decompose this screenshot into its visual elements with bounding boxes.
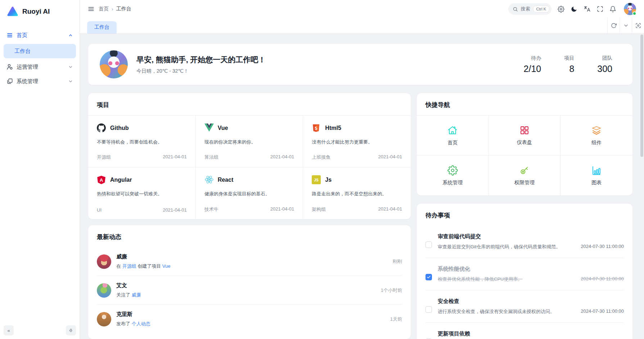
list-menu-icon [6,32,13,39]
activity-link[interactable]: 开源组 [122,263,136,269]
language-translate-icon[interactable] [584,5,591,13]
avatar [97,312,111,326]
activity-time: 1天前 [390,316,402,322]
bar-chart-icon [591,165,602,176]
svg-text:A: A [100,177,103,183]
project-card-react[interactable]: React 健康的身体是实现目标的基石。 技术牛 2021-04-01 [196,167,303,219]
project-group: 架构组 [312,206,326,213]
welcome-card: 早安, 熊猫助手, 开始您一天的工作吧！ 今日晴，20℃ - 32℃！ 待办 2… [88,44,632,85]
chevron-down-icon [68,79,73,84]
quick-nav-permissions[interactable]: 权限管理 [489,155,561,195]
projects-panel: 项目 Github 不要等待机会，而要创造机会。 [88,93,411,219]
layers-icon [591,125,602,136]
activity-link[interactable]: Vue [162,263,171,269]
notifications-bell-icon[interactable] [609,6,616,13]
fullscreen-icon[interactable] [597,6,603,12]
windows-stack-icon [6,78,13,85]
activity-item: 艾文 关注了 威廉 1个小时前 [97,276,402,304]
todo-panel-title: 待办事项 [417,204,632,226]
quick-nav-dashboard[interactable]: 仪表盘 [489,116,561,155]
project-card-angular[interactable]: A Angular 热情和欲望可以突破一切难关。 UI 2021-04-01 [88,167,196,219]
sidebar: Ruoyi AI 首页 工作台 运营管理 [0,0,80,339]
stat-team: 团队 300 [597,55,612,74]
collapse-sidebar-button[interactable]: « [4,325,14,335]
chevron-down-icon[interactable] [620,18,632,33]
sidebar-item-system[interactable]: 系统管理 [0,74,80,89]
todo-checkbox-checked[interactable] [425,274,432,280]
projects-grid: Github 不要等待机会，而要创造机会。 开源组 2021-04-01 [88,116,411,219]
project-date: 2021-04-01 [378,206,402,213]
stat-projects: 项目 8 [564,55,574,74]
project-group: 算法组 [204,154,219,161]
project-date: 2021-04-01 [163,154,187,161]
activity-link[interactable]: 威廉 [132,292,141,298]
todo-list: 审查前端代码提交 审查最近提交到Git仓库的前端代码，确保代码质量和规范。 20… [417,226,632,339]
sidebar-item-workbench[interactable]: 工作台 [4,44,76,58]
online-status-dot [632,12,636,15]
tab-controls [607,18,644,33]
welcome-title: 早安, 熊猫助手, 开始您一天的工作吧！ [136,55,266,65]
gear-icon [447,165,458,176]
main-area: 首页 › 工作台 搜索 Ctrl K [80,0,644,339]
todo-item: 审查前端代码提交 审查最近提交到Git仓库的前端代码，确保代码质量和规范。 20… [425,226,624,258]
project-card-vue[interactable]: Vue 现在的你决定将来的你。 算法组 2021-04-01 [196,116,303,167]
breadcrumb-home[interactable]: 首页 [99,6,109,12]
svg-text:5: 5 [315,126,318,131]
profile-avatar [100,50,128,78]
home-icon [447,125,458,136]
user-avatar[interactable] [624,3,636,15]
sidebar-item-operations[interactable]: 运营管理 [0,60,80,74]
hamburger-menu-icon[interactable] [88,6,94,12]
activity-time: 刚刚 [393,258,402,265]
activity-panel-title: 最新动态 [88,225,411,247]
chevron-up-icon [68,33,73,38]
sidebar-footer: « [0,325,80,335]
refresh-icon[interactable] [607,18,620,33]
dark-mode-moon-icon[interactable] [571,6,577,13]
project-date: 2021-04-01 [270,154,294,161]
tab-workbench[interactable]: 工作台 [87,21,117,33]
scrollbar-thumb[interactable] [640,35,643,157]
todo-item: 系统性能优化 检查并优化系统性能，降低CPU使用率。 2024-07-30 11… [425,258,624,290]
todo-checkbox[interactable] [425,241,432,248]
quick-nav-home[interactable]: 首页 [417,116,489,155]
sidebar-item-label: 首页 [17,32,27,39]
todo-date: 2024-07-30 11:00:00 [581,308,624,314]
avatar [97,254,111,269]
project-card-github[interactable]: Github 不要等待机会，而要创造机会。 开源组 2021-04-01 [88,116,196,167]
todo-checkbox[interactable] [425,306,432,313]
quick-nav-grid: 首页 仪表盘 [417,116,632,195]
quick-nav-charts[interactable]: 图表 [560,155,632,195]
activity-time: 1个小时前 [381,287,402,294]
page-content: 早安, 熊猫助手, 开始您一天的工作吧！ 今日晴，20℃ - 32℃！ 待办 2… [80,34,644,339]
search-input[interactable]: 搜索 Ctrl K [508,3,552,15]
quick-nav-system[interactable]: 系统管理 [417,155,489,195]
maximize-content-icon[interactable] [632,18,644,33]
pin-sidebar-button[interactable] [66,325,76,335]
activity-link[interactable]: 个人动态 [132,321,150,326]
activity-item: 克里斯 发布了 个人动态 1天前 [97,304,402,333]
sidebar-item-label: 系统管理 [17,78,38,85]
project-card-js[interactable]: JS Js 路是走出来的，而不是空想出来的。 架构组 2021-04-01 [303,167,411,219]
brand-logo-icon [6,5,19,18]
search-placeholder: 搜索 [521,6,530,12]
welcome-text: 早安, 熊猫助手, 开始您一天的工作吧！ 今日晴，20℃ - 32℃！ [136,55,266,74]
stat-todo: 待办 2/10 [524,55,541,74]
github-logo-icon [97,123,106,133]
vue-logo-icon [204,123,214,133]
sidebar-item-home[interactable]: 首页 [0,28,80,42]
quick-nav-components[interactable]: 组件 [560,116,632,155]
search-shortcut-badge: Ctrl K [533,5,550,13]
tabbar: 工作台 [80,18,644,34]
breadcrumb: 首页 › 工作台 [99,6,131,12]
topbar-actions: 搜索 Ctrl K [508,3,636,15]
todo-date: 2024-07-30 11:00:00 [581,276,624,281]
app-logo: Ruoyi AI [0,0,80,23]
project-date: 2021-04-01 [270,206,294,213]
settings-gear-icon[interactable] [558,6,564,13]
vertical-scrollbar[interactable] [640,35,643,338]
html5-logo-icon: 5 [312,123,321,133]
project-card-html5[interactable]: 5 Html5 没有什么才能比努力更重要。 上班摸鱼 2021-04-01 [303,116,411,167]
angular-logo-icon: A [97,175,106,185]
breadcrumb-separator-icon: › [112,6,113,12]
